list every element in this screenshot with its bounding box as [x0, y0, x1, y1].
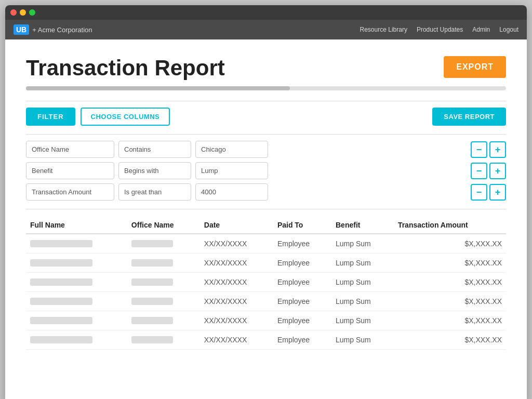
divider-3 — [26, 209, 506, 209]
col-office-name: Office Name — [127, 216, 200, 234]
filter-row-3: − + — [26, 183, 506, 201]
filter-btns-2: − + — [471, 163, 506, 179]
cell-paid-to: Employee — [273, 311, 331, 330]
table-row: XX/XX/XXXXEmployeeLump Sum$X,XXX.XX — [26, 234, 506, 254]
cell-full-name — [26, 234, 127, 254]
cell-benefit: Lump Sum — [331, 311, 394, 330]
table-row: XX/XX/XXXXEmployeeLump Sum$X,XXX.XX — [26, 292, 506, 311]
cell-full-name — [26, 254, 127, 273]
data-table: Full Name Office Name Date Paid To Benef… — [26, 216, 506, 350]
filter-add-3[interactable]: + — [489, 184, 506, 201]
table-row: XX/XX/XXXXEmployeeLump Sum$X,XXX.XX — [26, 254, 506, 273]
filter-val-3[interactable] — [195, 183, 268, 201]
cell-office-name — [127, 273, 200, 292]
nav-product-updates[interactable]: Product Updates — [417, 26, 463, 33]
cell-transaction-amount: $X,XXX.XX — [394, 273, 506, 292]
filter-row-2: − + — [26, 162, 506, 179]
divider-2 — [26, 134, 506, 135]
cell-date: XX/XX/XXXX — [200, 254, 273, 273]
filter-field-1[interactable] — [26, 141, 114, 158]
filter-add-2[interactable]: + — [489, 163, 506, 179]
filter-field-3[interactable] — [26, 183, 114, 201]
filter-op-1[interactable] — [118, 141, 191, 158]
filter-op-3[interactable] — [118, 183, 191, 201]
cell-paid-to: Employee — [273, 292, 331, 311]
cell-date: XX/XX/XXXX — [200, 330, 273, 350]
col-paid-to: Paid To — [273, 216, 331, 234]
cell-transaction-amount: $X,XXX.XX — [394, 254, 506, 273]
cell-full-name — [26, 292, 127, 311]
cell-transaction-amount: $X,XXX.XX — [394, 234, 506, 254]
page-header: Transaction Report EXPORT — [26, 56, 506, 80]
nav-logout[interactable]: Logout — [499, 26, 518, 33]
divider-1 — [26, 101, 506, 101]
choose-columns-button[interactable]: CHOOSE COLUMNS — [81, 108, 170, 126]
cell-office-name — [127, 311, 200, 330]
filter-rows: − + − + − + — [26, 141, 506, 201]
nav-logo: UB — [14, 24, 29, 35]
cell-transaction-amount: $X,XXX.XX — [394, 292, 506, 311]
nav-brand-text: + Acme Corporation — [32, 26, 92, 34]
title-bar — [5, 5, 527, 20]
cell-benefit: Lump Sum — [331, 273, 394, 292]
cell-paid-to: Employee — [273, 330, 331, 350]
nav-bar: UB + Acme Corporation Resource Library P… — [5, 20, 527, 39]
progress-bar-fill — [26, 86, 290, 90]
cell-date: XX/XX/XXXX — [200, 311, 273, 330]
col-benefit: Benefit — [331, 216, 394, 234]
cell-office-name — [127, 330, 200, 350]
cell-transaction-amount: $X,XXX.XX — [394, 311, 506, 330]
cell-full-name — [26, 273, 127, 292]
nav-admin[interactable]: Admin — [472, 26, 490, 33]
cell-full-name — [26, 311, 127, 330]
maximize-dot[interactable] — [29, 9, 35, 16]
cell-benefit: Lump Sum — [331, 330, 394, 350]
filter-button[interactable]: FILTER — [26, 108, 75, 126]
filter-actions: FILTER CHOOSE COLUMNS SAVE REPORT — [26, 108, 506, 126]
filter-btns-1: − + — [471, 141, 506, 158]
nav-resource-library[interactable]: Resource Library — [360, 26, 407, 33]
cell-office-name — [127, 254, 200, 273]
table-row: XX/XX/XXXXEmployeeLump Sum$X,XXX.XX — [26, 311, 506, 330]
page-title: Transaction Report — [26, 56, 225, 80]
cell-office-name — [127, 234, 200, 254]
cell-benefit: Lump Sum — [331, 254, 394, 273]
minimize-dot[interactable] — [20, 9, 26, 16]
cell-full-name — [26, 330, 127, 350]
filter-left-buttons: FILTER CHOOSE COLUMNS — [26, 108, 170, 126]
filter-btns-3: − + — [471, 184, 506, 201]
table-row: XX/XX/XXXXEmployeeLump Sum$X,XXX.XX — [26, 273, 506, 292]
close-dot[interactable] — [10, 9, 17, 16]
filter-val-2[interactable] — [195, 162, 268, 179]
table-header-row: Full Name Office Name Date Paid To Benef… — [26, 216, 506, 234]
filter-field-2[interactable] — [26, 162, 114, 179]
filter-remove-3[interactable]: − — [471, 184, 487, 201]
main-content: Transaction Report EXPORT FILTER CHOOSE … — [5, 39, 527, 399]
filter-remove-2[interactable]: − — [471, 163, 487, 179]
filter-remove-1[interactable]: − — [471, 141, 487, 158]
table-row: XX/XX/XXXXEmployeeLump Sum$X,XXX.XX — [26, 330, 506, 350]
filter-row-1: − + — [26, 141, 506, 158]
cell-date: XX/XX/XXXX — [200, 234, 273, 254]
cell-date: XX/XX/XXXX — [200, 273, 273, 292]
cell-paid-to: Employee — [273, 254, 331, 273]
filter-add-1[interactable]: + — [489, 141, 506, 158]
cell-benefit: Lump Sum — [331, 234, 394, 254]
save-report-button[interactable]: SAVE REPORT — [432, 108, 506, 126]
nav-links: Resource Library Product Updates Admin L… — [360, 26, 518, 33]
col-transaction-amount: Transaction Amount — [394, 216, 506, 234]
col-full-name: Full Name — [26, 216, 127, 234]
cell-date: XX/XX/XXXX — [200, 292, 273, 311]
app-window: UB + Acme Corporation Resource Library P… — [5, 5, 527, 399]
cell-paid-to: Employee — [273, 234, 331, 254]
cell-office-name — [127, 292, 200, 311]
cell-benefit: Lump Sum — [331, 292, 394, 311]
progress-bar-container — [26, 86, 506, 90]
cell-paid-to: Employee — [273, 273, 331, 292]
nav-brand-area: UB + Acme Corporation — [14, 24, 92, 35]
cell-transaction-amount: $X,XXX.XX — [394, 330, 506, 350]
col-date: Date — [200, 216, 273, 234]
filter-val-1[interactable] — [195, 141, 268, 158]
export-button[interactable]: EXPORT — [444, 56, 506, 78]
filter-op-2[interactable] — [118, 162, 191, 179]
